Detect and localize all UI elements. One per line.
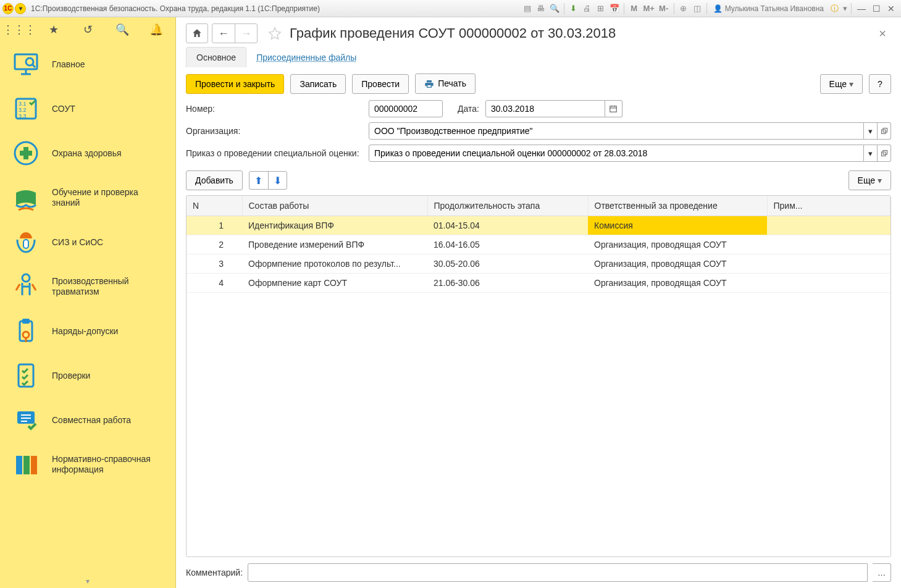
table-row[interactable]: 4Оформпение карт СОУТ21.06-30.06Организа…	[186, 274, 891, 293]
window-minimize-icon[interactable]: —	[854, 2, 869, 15]
svg-rect-11	[20, 151, 32, 156]
tb-info-drop[interactable]: ▾	[841, 2, 849, 15]
org-open-button[interactable]	[878, 122, 891, 140]
col-header-note[interactable]: Прим...	[767, 196, 891, 216]
submit-button[interactable]: Провести	[352, 74, 409, 94]
org-input[interactable]	[369, 122, 864, 140]
tb-download-icon[interactable]: ⬇	[567, 2, 580, 15]
tab-attached-files[interactable]: Присоединенные файлы	[246, 48, 366, 67]
book-icon	[9, 180, 43, 215]
grid-more-button[interactable]: Еще	[849, 170, 891, 190]
col-header-responsible[interactable]: Ответственный за проведение	[588, 196, 767, 216]
col-header-n[interactable]: N	[186, 196, 242, 216]
titlebar: 1С ▾ 1С:Производственная безопасность. О…	[0, 0, 901, 17]
table-row[interactable]: 1Идентификация ВПФ01.04-15.04Комиссия	[186, 216, 891, 235]
toolbar-more-button[interactable]: Еще	[820, 74, 863, 94]
sidebar-item-8[interactable]: Совместная работа	[0, 398, 175, 442]
number-input[interactable]	[369, 100, 443, 117]
favorite-toggle-icon[interactable]	[266, 25, 283, 42]
sidebar-scroll-down-icon[interactable]: ▾	[86, 577, 90, 586]
comment-input[interactable]	[248, 563, 868, 582]
tb-calendar-icon[interactable]: 📅	[608, 2, 621, 15]
svg-rect-26	[610, 106, 617, 112]
comment-expand-button[interactable]: …	[873, 563, 891, 582]
cell-dur: 21.06-30.06	[427, 274, 588, 293]
col-header-duration[interactable]: Продолжительность этапа	[427, 196, 588, 216]
injury-icon	[9, 269, 43, 304]
page-close-button[interactable]: ×	[874, 27, 891, 41]
grid-add-button[interactable]: Добавить	[186, 170, 243, 190]
col-header-work[interactable]: Состав работы	[242, 196, 427, 216]
user-label[interactable]: 👤 Мулькина Татьяна Ивановна	[710, 4, 828, 13]
sidebar-item-4[interactable]: СИЗ и СиОС	[0, 220, 175, 264]
cell-work: Оформпение протоколов по результ...	[242, 254, 427, 274]
nav-back-button[interactable]: ←	[212, 24, 235, 43]
notifications-icon[interactable]: 🔔	[149, 22, 165, 38]
order-label: Приказ о проведении специальной оценки:	[186, 148, 369, 158]
sidebar-item-6[interactable]: Наряды-допуски	[0, 309, 175, 353]
cell-dur: 30.05-20.06	[427, 254, 588, 274]
cell-note	[767, 274, 891, 293]
help-button[interactable]: ?	[869, 74, 891, 94]
tb-search-icon[interactable]: 🔍	[548, 2, 561, 15]
tb-calc-icon[interactable]: ⊞	[594, 2, 608, 15]
grid-move-up-button[interactable]: ⬆	[249, 172, 268, 189]
tb-zoom-icon[interactable]: ⊕	[677, 2, 690, 15]
tb-info-icon[interactable]: ⓘ	[828, 2, 841, 15]
table-row[interactable]: 2Проведение измерений ВПФ16.04-16.05Орга…	[186, 235, 891, 254]
tb-panels-icon[interactable]: ◫	[690, 2, 704, 15]
svg-line-4	[32, 64, 35, 67]
user-icon: 👤	[713, 4, 723, 13]
print-button[interactable]: Печать	[415, 74, 476, 94]
monitor-icon	[9, 47, 43, 82]
date-picker-button[interactable]	[605, 100, 622, 117]
dropdown-app-icon[interactable]: ▾	[15, 3, 26, 14]
order-dropdown-button[interactable]: ▾	[864, 145, 878, 162]
org-label: Организация:	[186, 126, 369, 136]
submit-close-button[interactable]: Провести и закрыть	[186, 74, 284, 94]
window-maximize-icon[interactable]: ☐	[869, 2, 884, 15]
window-close-icon[interactable]: ✕	[884, 2, 899, 15]
order-input[interactable]	[369, 145, 864, 162]
table-row[interactable]: 3Оформпение протоколов по результ...30.0…	[186, 254, 891, 274]
section-label: Проверки	[52, 371, 90, 381]
grid-move-down-button[interactable]: ⬇	[268, 172, 287, 189]
favorites-icon[interactable]: ★	[46, 22, 62, 38]
search-icon[interactable]: 🔍	[114, 22, 130, 38]
comment-label: Комментарий:	[186, 568, 243, 578]
sidebar-item-5[interactable]: Производственный травматизм	[0, 264, 175, 309]
cell-work: Оформпение карт СОУТ	[242, 274, 427, 293]
date-input[interactable]	[485, 100, 605, 117]
section-label: СОУТ	[52, 104, 75, 114]
svg-rect-15	[22, 319, 30, 324]
section-label: Нормативно-справочная информация	[52, 454, 167, 475]
permit-icon	[9, 314, 43, 348]
cell-resp: Организация, проводящая СОУТ	[588, 235, 767, 254]
save-button[interactable]: Записать	[290, 74, 346, 94]
sidebar-item-7[interactable]: Проверки	[0, 353, 175, 398]
history-icon[interactable]: ↺	[80, 22, 96, 38]
section-label: СИЗ и СиОС	[52, 237, 103, 248]
sidebar-item-3[interactable]: Обучение и проверка знаний	[0, 175, 175, 220]
sidebar-item-2[interactable]: Охрана здоровья	[0, 131, 175, 175]
order-open-button[interactable]	[878, 145, 891, 162]
tb-m-minus[interactable]: М-	[656, 2, 671, 15]
tb-print-icon[interactable]: 🖶	[534, 2, 548, 15]
svg-rect-23	[16, 456, 22, 474]
home-button[interactable]	[186, 23, 208, 43]
tb-m-plus[interactable]: М+	[642, 2, 656, 15]
data-grid[interactable]: N Состав работы Продолжительность этапа …	[186, 195, 891, 557]
cell-work: Проведение измерений ВПФ	[242, 235, 427, 254]
tb-printer-icon[interactable]: 🖨	[580, 2, 594, 15]
sidebar-item-9[interactable]: Нормативно-справочная информация	[0, 442, 175, 487]
tb-m-plain[interactable]: М	[627, 2, 642, 15]
sidebar-item-0[interactable]: Главное	[0, 42, 175, 86]
tb-file-icon[interactable]: ▤	[521, 2, 534, 15]
tab-main[interactable]: Основное	[186, 47, 246, 67]
sections-grid-icon[interactable]: ⋮⋮⋮	[11, 22, 27, 38]
ppe-icon	[9, 225, 43, 259]
cell-note	[767, 216, 891, 235]
sidebar-item-1[interactable]: 3.13.23.3СОУТ	[0, 86, 175, 131]
svg-rect-32	[881, 152, 886, 156]
org-dropdown-button[interactable]: ▾	[864, 122, 878, 140]
